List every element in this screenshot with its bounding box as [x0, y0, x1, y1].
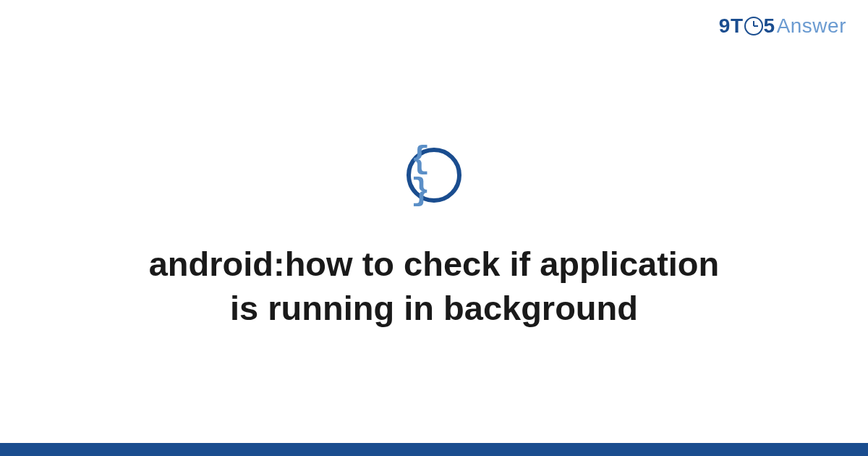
content-area: { } android:how to check if application …: [0, 0, 868, 456]
bottom-accent-bar: [0, 443, 868, 456]
logo-text-9t: 9T: [719, 14, 744, 38]
logo-text-5: 5: [764, 14, 775, 38]
logo-text-answer: Answer: [777, 14, 846, 38]
social-card: 9T 5 Answer { } android:how to check if …: [0, 0, 868, 456]
question-title: android:how to check if application is r…: [109, 242, 760, 329]
code-braces-icon: { }: [407, 148, 461, 203]
clock-icon: [744, 17, 763, 35]
braces-glyph: { }: [411, 143, 457, 207]
site-logo: 9T 5 Answer: [719, 14, 846, 38]
